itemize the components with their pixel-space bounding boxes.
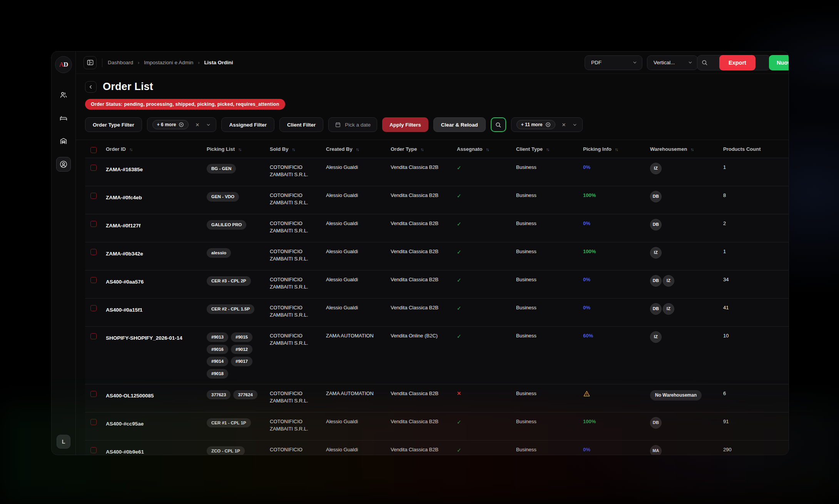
status-more-chip[interactable]: + 11 more [516,120,555,129]
clear-filter-icon[interactable]: ✕ [194,122,201,128]
picking-list-chip[interactable]: #9017 [231,357,252,366]
circle-x-icon[interactable] [545,122,551,127]
picking-list-chip[interactable]: #9013 [207,332,228,342]
sidebar-toggle-button[interactable] [84,56,97,69]
table-row[interactable]: AS400-#0aa576 CER #3 - CPL 2P COTONIFICI… [85,270,789,299]
products-count: 290 [720,446,774,454]
sidebar-item-racks[interactable] [56,111,71,125]
client-type: Business [513,304,580,312]
row-checkbox[interactable] [90,391,97,397]
column-header[interactable]: Assegnato ↑↓ [454,146,513,152]
sidebar-item-users[interactable] [56,88,71,102]
table-row[interactable]: AS400-OL12500085 377623377624 COTONIFICI… [85,384,789,412]
row-checkbox[interactable] [90,333,97,339]
row-checkbox[interactable] [90,277,97,283]
sort-icon[interactable]: ↑↓ [420,147,423,152]
search-filter-button[interactable] [491,117,506,132]
picking-list-chip[interactable]: alessio [207,248,231,258]
sort-icon[interactable]: ↑↓ [615,147,618,152]
clear-filter-icon[interactable]: ✕ [561,122,567,128]
picking-list-chip[interactable]: 377624 [233,390,257,400]
order-type-filter-button[interactable]: Order Type Filter [85,117,142,132]
column-header[interactable]: Picking List ↑↓ [204,146,267,152]
sort-icon[interactable]: ↑↓ [238,147,241,152]
row-checkbox[interactable] [90,193,97,199]
created-by: Alessio Gualdi [323,220,388,227]
export-format-select[interactable]: PDF [585,55,642,70]
picking-list-chip[interactable]: GEN - VDO [207,192,239,202]
chevron-down-icon[interactable] [572,122,577,127]
check-icon: ✓ [457,447,461,453]
column-header[interactable]: Picking Info ↑↓ [580,146,647,152]
table-row[interactable]: AS400-#0b9e61 ZCO - CPL 1P COTONIFICIO Z… [85,441,789,455]
column-header[interactable]: Created By ↑↓ [323,146,388,152]
assigned-filter-button[interactable]: Assigned Filter [221,117,274,132]
table-row[interactable]: ZAMA-#0fc4eb GEN - VDO COTONIFICIO ZAMBA… [85,186,789,214]
column-header[interactable]: Order ID ↑↓ [103,146,204,152]
apply-filters-button[interactable]: Apply Filters [382,117,428,132]
chevron-down-icon[interactable] [206,122,211,127]
sidebar: AD [52,52,76,455]
client-filter-button[interactable]: Client Filter [279,117,323,132]
row-checkbox[interactable] [90,221,97,227]
table-row[interactable]: AS400-#cc95ae CER #1 - CPL 1P COTONIFICI… [85,412,789,441]
picking-list-chip[interactable]: 377623 [207,390,231,400]
picking-list-chip[interactable]: #9015 [231,332,252,342]
sort-icon[interactable]: ↑↓ [546,147,549,152]
products-count: 1 [720,164,774,171]
table-row[interactable]: ZAMA-#0f127f GALILEO PRO COTONIFICIO ZAM… [85,214,789,242]
app-logo[interactable]: AD [55,56,72,73]
order-type-more-chip[interactable]: + 6 more [152,120,189,129]
sort-icon[interactable]: ↑↓ [486,147,488,152]
export-button[interactable]: Export [719,55,755,70]
select-all-checkbox[interactable] [90,147,97,153]
user-avatar[interactable]: L [57,435,70,449]
picking-list-chip[interactable]: CER #2 - CPL 1.5P [207,304,254,314]
clear-reload-button[interactable]: Clear & Reload [433,117,486,132]
sort-icon[interactable]: ↑↓ [129,147,132,152]
column-header[interactable]: Products Count [720,146,774,152]
warehouse-icon [59,137,68,145]
row-checkbox[interactable] [90,165,97,171]
orientation-select[interactable]: Vertical... [647,55,698,70]
sidebar-item-account[interactable] [56,157,71,172]
order-type-filter-combo: + 6 more ✕ [147,117,217,132]
picking-list-chip[interactable]: #9012 [231,345,252,354]
table-row[interactable]: AS400-#0a15f1 CER #2 - CPL 1.5P COTONIFI… [85,299,789,327]
picking-list-chip[interactable]: GALILEO PRO [207,220,246,230]
table-row[interactable]: ZAMA-#16385e BG - GEN COTONIFICIO ZAMBAI… [85,158,789,186]
back-button[interactable] [85,81,97,93]
picking-list-chip[interactable]: #9018 [207,369,228,379]
client-type: Business [513,446,580,454]
date-picker-button[interactable]: Pick a date [328,117,377,132]
check-icon: ✓ [457,419,461,425]
row-checkbox[interactable] [90,305,97,311]
sidebar-item-warehouse[interactable] [56,134,71,149]
breadcrumb-impostazioni[interactable]: Impostazioni e Admin [144,60,193,65]
circle-x-icon[interactable] [179,122,184,127]
picking-list-chip[interactable]: #9014 [207,357,228,366]
sort-icon[interactable]: ↑↓ [690,147,693,152]
warehouseman-avatar: MA [650,445,662,455]
table-row[interactable]: ZAMA-#0b342e alessio COTONIFICIO ZAMBAIT… [85,242,789,270]
row-checkbox[interactable] [90,447,97,453]
picking-list-chip[interactable]: CER #3 - CPL 2P [207,276,251,286]
picking-list-chip[interactable]: CER #1 - CPL 1P [207,418,251,428]
picking-list-chip[interactable]: ZCO - CPL 1P [207,446,245,455]
column-header[interactable]: Warehousemen ↑↓ [647,146,720,152]
new-order-button[interactable]: Nuovo [769,55,789,70]
column-header[interactable]: Order Type ↑↓ [388,146,454,152]
table-row[interactable]: SHOPIFY-SHOPIFY_2026-01-14 #9013#9015#90… [85,327,789,384]
sort-icon[interactable]: ↑↓ [292,147,294,152]
picking-list: CER #1 - CPL 1P [204,418,262,428]
breadcrumb-dashboard[interactable]: Dashboard [108,60,133,65]
sort-icon[interactable]: ↑↓ [356,147,359,152]
column-header[interactable]: Sold By ↑↓ [267,146,323,152]
row-checkbox[interactable] [90,249,97,255]
column-header[interactable]: Client Type ↑↓ [513,146,580,152]
picking-list-chip[interactable]: BG - GEN [207,164,236,174]
created-by: Alessio Gualdi [323,276,388,284]
picking-list-chip[interactable]: #9016 [207,345,228,354]
row-checkbox[interactable] [90,419,97,425]
picking-percent: 0% [583,164,590,170]
